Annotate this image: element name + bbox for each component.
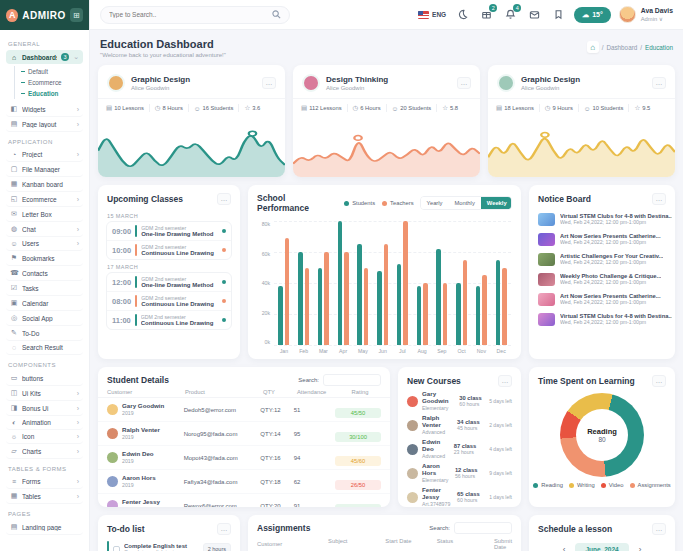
sidebar-item[interactable]: ▦ Tables › — [6, 489, 83, 504]
list-item[interactable]: Edwin Deo Advanced 87 class 23 hours 4 d… — [398, 437, 521, 461]
home-icon[interactable]: ⌂ — [587, 41, 599, 53]
sidebar-item[interactable]: ▱ Charts › — [6, 444, 83, 459]
sidebar-subitem[interactable]: Ecommerce — [21, 77, 83, 88]
sidebar-item-label: Dashboards — [22, 54, 57, 61]
period-tab[interactable]: Yearly — [421, 197, 449, 209]
sidebar-item[interactable]: ▦ Kanban board — [6, 177, 83, 192]
more-button[interactable]: … — [457, 77, 471, 89]
sidebar-item-label: Animation — [22, 419, 73, 426]
notice-item[interactable]: Art Now Series Presents Catherine... Wed… — [529, 289, 675, 309]
sidebar-subitem[interactable]: Default — [21, 66, 83, 77]
bar-group: Dec — [496, 221, 507, 345]
bullet-dash-icon — [21, 82, 25, 84]
sidebar-section-heading: General — [8, 41, 81, 47]
language-selector[interactable]: ENG — [418, 11, 446, 19]
todo-checkbox[interactable] — [113, 546, 120, 551]
dark-mode-toggle[interactable] — [454, 7, 470, 23]
sidebar-subitem-label: Default — [28, 68, 48, 75]
sidebar-item[interactable]: ▤ Landing page — [6, 520, 83, 535]
messages-button[interactable] — [526, 7, 542, 23]
page-subtitle: "Welcome back to your educational advent… — [100, 52, 226, 58]
list-item[interactable]: Gary Goodwin Elementary 30 class 60 hour… — [398, 389, 521, 413]
days-left: 2 days left — [486, 422, 512, 428]
new-courses-list: Gary Goodwin Elementary 30 class 60 hour… — [398, 389, 521, 507]
notice-item[interactable]: Virtual STEM Clubs for 4-8 with Destina.… — [529, 209, 675, 229]
sidebar-item[interactable]: ▣ Calendar — [6, 296, 83, 311]
sidebar-item[interactable]: ◐ Animation › — [6, 416, 83, 430]
sidebar-item-label: Tables — [22, 493, 73, 500]
notice-thumbnail — [538, 233, 555, 246]
more-button[interactable]: … — [498, 375, 512, 387]
bullet-dash-icon — [21, 71, 25, 73]
sidebar-item[interactable]: ◧ Widgets › — [6, 102, 83, 117]
sidebar-item[interactable]: ▭ buttons — [6, 371, 83, 386]
profile-menu[interactable]: Ava Davis Admin ∨ — [619, 6, 673, 23]
more-button[interactable]: … — [262, 77, 276, 89]
sidebar-section: Components ▭ buttons — [6, 362, 83, 459]
sidebar-section: Tables & Forms ≡ Forms › — [6, 466, 83, 504]
sidebar-item-label: Users — [22, 240, 73, 247]
breadcrumb-dashboard[interactable]: Dashboard — [606, 44, 637, 51]
notice-item[interactable]: Weekly Photo Challenge & Critique... Wed… — [529, 269, 675, 289]
sidebar-item[interactable]: ◫ Ui Kits › — [6, 386, 83, 401]
brand-logo-icon[interactable]: A — [6, 9, 18, 22]
current-month[interactable]: June, 2024 — [575, 543, 628, 551]
notifications-button[interactable]: 4 — [502, 7, 518, 23]
more-button[interactable]: … — [652, 523, 666, 535]
sidebar-item[interactable]: ◎ Social App — [6, 311, 83, 326]
sidebar-item[interactable]: ◔ Project › — [6, 148, 83, 162]
apps-button[interactable]: 2 — [478, 7, 494, 23]
brand-name[interactable]: ADMIRO — [22, 10, 66, 21]
sidebar-item[interactable]: ☼ Icon › — [6, 430, 83, 444]
student-attendance: 62 — [294, 479, 335, 485]
list-item[interactable]: Ralph Venter Advanced 34 class 45 hours … — [398, 413, 521, 437]
sidebar-item[interactable]: ◌ Search Result — [6, 341, 83, 355]
sidebar-subitem[interactable]: Education — [21, 88, 83, 99]
sidebar-item[interactable]: ✉ Letter Box — [6, 207, 83, 222]
next-month-icon[interactable]: › — [639, 545, 642, 551]
more-button[interactable]: … — [217, 193, 231, 205]
list-item[interactable]: Aaron Hors Elementary 12 class 56 hours … — [398, 461, 521, 485]
sidebar-item[interactable]: ▤ Page layout › — [6, 117, 83, 132]
period-tab[interactable]: Weekly — [481, 197, 512, 209]
sidebar-item[interactable]: ☺ Users › — [6, 237, 83, 251]
new-courses-panel: New Courses … Gary Goodwin Elementary — [398, 367, 521, 507]
notice-item[interactable]: Artistic Challenges For Your Creativ... … — [529, 249, 675, 269]
more-button[interactable]: … — [652, 77, 666, 89]
sidebar-item[interactable]: ◱ Ecommerce › — [6, 192, 83, 207]
sidebar-item[interactable]: ⚑ Bookmarks — [6, 251, 83, 266]
sidebar-item[interactable]: ◨ Bonus Ui › — [6, 401, 83, 416]
class-item[interactable]: 10:00 GDM 2nd semester Continuous Line D… — [107, 241, 231, 259]
period-tab[interactable]: Monthly — [448, 197, 480, 209]
sidebar-item[interactable]: ☎ Contacts — [6, 266, 83, 281]
notice-item[interactable]: Virtual STEM Clubs for 4-8 with Destina.… — [529, 309, 675, 329]
more-button[interactable]: … — [652, 375, 666, 387]
search-input[interactable] — [109, 11, 266, 18]
sidebar-item-icon: ≡ — [10, 478, 18, 485]
sidebar-item[interactable]: ◍ Chat › — [6, 222, 83, 237]
sidebar-toggle-icon[interactable]: ⊞ — [70, 8, 83, 22]
sidebar-item[interactable]: ✎ To-Do — [6, 326, 83, 341]
more-button[interactable]: … — [652, 193, 666, 205]
class-item[interactable]: 09:00 GDM 2nd semester One-line Drawing … — [107, 222, 231, 241]
list-item[interactable]: Fenter Jessy Art.3748979 65 class 60 hou… — [398, 485, 521, 507]
prev-month-icon[interactable]: ‹ — [563, 545, 566, 551]
student-search-input[interactable] — [323, 374, 381, 386]
class-item[interactable]: 08:00 GDM 2nd semester Continuous Line D… — [107, 292, 231, 311]
sidebar-item[interactable]: ▢ File Manager — [6, 162, 83, 177]
legend-dot-icon — [569, 483, 574, 488]
sidebar-item-icon: ◫ — [10, 389, 18, 397]
class-item[interactable]: 12:00 GDM 2nd semester One-line Drawing … — [107, 273, 231, 292]
assignments-search-input[interactable] — [454, 522, 512, 534]
sidebar-item[interactable]: ≡ Forms › — [6, 475, 83, 489]
course-level: Elementary — [422, 477, 451, 483]
bookmark-button[interactable] — [550, 7, 566, 23]
class-item[interactable]: 11:00 GDM 2nd semester Continuous Line D… — [107, 311, 231, 329]
global-search[interactable] — [100, 6, 290, 24]
weather-widget[interactable]: ☁ 15° — [574, 7, 611, 23]
more-button[interactable]: … — [217, 523, 231, 535]
notice-item[interactable]: Art Now Series Presents Catherine... Wed… — [529, 229, 675, 249]
sidebar-item[interactable]: ☑ Tasks — [6, 281, 83, 296]
panel-title: Notice Board — [538, 194, 591, 204]
sidebar-item[interactable]: ⌂ Dashboards 3 ⌄ — [6, 50, 83, 64]
